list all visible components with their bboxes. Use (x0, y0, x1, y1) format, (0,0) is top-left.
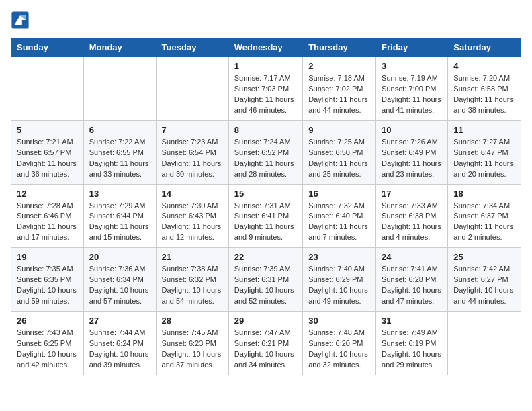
day-header-wednesday: Wednesday (228, 38, 302, 57)
day-number: 2 (308, 61, 370, 71)
day-info: Sunrise: 7:35 AM Sunset: 6:35 PM Dayligh… (17, 264, 78, 307)
day-number: 12 (17, 189, 78, 199)
calendar-cell (11, 57, 84, 121)
day-number: 26 (17, 316, 78, 326)
calendar-cell: 29Sunrise: 7:47 AM Sunset: 6:21 PM Dayli… (228, 312, 302, 375)
calendar-cell: 28Sunrise: 7:45 AM Sunset: 6:23 PM Dayli… (156, 312, 228, 375)
day-number: 30 (308, 316, 370, 326)
calendar-cell: 18Sunrise: 7:34 AM Sunset: 6:37 PM Dayli… (448, 184, 521, 248)
calendar-cell: 31Sunrise: 7:49 AM Sunset: 6:19 PM Dayli… (376, 312, 448, 375)
calendar-cell: 4Sunrise: 7:20 AM Sunset: 6:58 PM Daylig… (448, 57, 521, 121)
day-info: Sunrise: 7:42 AM Sunset: 6:27 PM Dayligh… (453, 264, 515, 307)
calendar-cell: 1Sunrise: 7:17 AM Sunset: 7:03 PM Daylig… (228, 57, 302, 121)
calendar-cell: 20Sunrise: 7:36 AM Sunset: 6:34 PM Dayli… (83, 248, 156, 312)
calendar-week-3: 12Sunrise: 7:28 AM Sunset: 6:46 PM Dayli… (11, 184, 521, 248)
calendar-cell: 9Sunrise: 7:25 AM Sunset: 6:50 PM Daylig… (303, 120, 376, 184)
calendar-cell: 25Sunrise: 7:42 AM Sunset: 6:27 PM Dayli… (448, 248, 521, 312)
day-number: 11 (453, 125, 515, 135)
day-number: 31 (382, 316, 442, 326)
day-info: Sunrise: 7:41 AM Sunset: 6:28 PM Dayligh… (382, 264, 442, 307)
calendar-cell: 23Sunrise: 7:40 AM Sunset: 6:29 PM Dayli… (303, 248, 376, 312)
calendar-cell: 17Sunrise: 7:33 AM Sunset: 6:38 PM Dayli… (376, 184, 448, 248)
calendar-cell: 13Sunrise: 7:29 AM Sunset: 6:44 PM Dayli… (83, 184, 156, 248)
calendar-cell: 6Sunrise: 7:22 AM Sunset: 6:55 PM Daylig… (83, 120, 156, 184)
day-info: Sunrise: 7:44 AM Sunset: 6:24 PM Dayligh… (89, 328, 150, 371)
day-number: 16 (308, 189, 370, 199)
day-number: 23 (308, 252, 370, 262)
day-number: 19 (17, 252, 78, 262)
day-number: 10 (382, 125, 442, 135)
day-number: 24 (382, 252, 442, 262)
calendar-cell: 8Sunrise: 7:24 AM Sunset: 6:52 PM Daylig… (228, 120, 302, 184)
calendar-cell: 21Sunrise: 7:38 AM Sunset: 6:32 PM Dayli… (156, 248, 228, 312)
day-header-friday: Friday (376, 38, 448, 57)
logo (11, 11, 31, 30)
day-info: Sunrise: 7:28 AM Sunset: 6:46 PM Dayligh… (17, 201, 78, 244)
day-info: Sunrise: 7:33 AM Sunset: 6:38 PM Dayligh… (382, 201, 442, 244)
day-number: 20 (89, 252, 150, 262)
calendar-cell: 27Sunrise: 7:44 AM Sunset: 6:24 PM Dayli… (83, 312, 156, 375)
day-info: Sunrise: 7:43 AM Sunset: 6:25 PM Dayligh… (17, 328, 78, 371)
day-info: Sunrise: 7:23 AM Sunset: 6:54 PM Dayligh… (162, 137, 223, 180)
day-info: Sunrise: 7:48 AM Sunset: 6:20 PM Dayligh… (308, 328, 370, 371)
day-number: 21 (162, 252, 223, 262)
calendar-table: SundayMondayTuesdayWednesdayThursdayFrid… (11, 38, 521, 375)
calendar-cell: 7Sunrise: 7:23 AM Sunset: 6:54 PM Daylig… (156, 120, 228, 184)
day-info: Sunrise: 7:19 AM Sunset: 7:00 PM Dayligh… (382, 73, 442, 116)
day-number: 8 (234, 125, 297, 135)
day-number: 27 (89, 316, 150, 326)
day-info: Sunrise: 7:27 AM Sunset: 6:47 PM Dayligh… (453, 137, 515, 180)
calendar-cell: 12Sunrise: 7:28 AM Sunset: 6:46 PM Dayli… (11, 184, 84, 248)
day-info: Sunrise: 7:31 AM Sunset: 6:41 PM Dayligh… (234, 201, 297, 244)
day-number: 13 (89, 189, 150, 199)
calendar-cell: 10Sunrise: 7:26 AM Sunset: 6:49 PM Dayli… (376, 120, 448, 184)
day-header-sunday: Sunday (11, 38, 84, 57)
day-number: 22 (234, 252, 297, 262)
calendar-cell: 2Sunrise: 7:18 AM Sunset: 7:02 PM Daylig… (303, 57, 376, 121)
day-info: Sunrise: 7:39 AM Sunset: 6:31 PM Dayligh… (234, 264, 297, 307)
day-info: Sunrise: 7:30 AM Sunset: 6:43 PM Dayligh… (162, 201, 223, 244)
calendar-cell: 14Sunrise: 7:30 AM Sunset: 6:43 PM Dayli… (156, 184, 228, 248)
day-info: Sunrise: 7:21 AM Sunset: 6:57 PM Dayligh… (17, 137, 78, 180)
day-info: Sunrise: 7:24 AM Sunset: 6:52 PM Dayligh… (234, 137, 297, 180)
day-info: Sunrise: 7:40 AM Sunset: 6:29 PM Dayligh… (308, 264, 370, 307)
day-number: 3 (382, 61, 442, 71)
day-number: 5 (17, 125, 78, 135)
calendar-week-5: 26Sunrise: 7:43 AM Sunset: 6:25 PM Dayli… (11, 312, 521, 375)
calendar-cell: 30Sunrise: 7:48 AM Sunset: 6:20 PM Dayli… (303, 312, 376, 375)
day-number: 14 (162, 189, 223, 199)
page-header (11, 11, 521, 30)
day-info: Sunrise: 7:29 AM Sunset: 6:44 PM Dayligh… (89, 201, 150, 244)
day-number: 18 (453, 189, 515, 199)
day-header-thursday: Thursday (303, 38, 376, 57)
day-info: Sunrise: 7:36 AM Sunset: 6:34 PM Dayligh… (89, 264, 150, 307)
day-number: 17 (382, 189, 442, 199)
calendar-cell: 11Sunrise: 7:27 AM Sunset: 6:47 PM Dayli… (448, 120, 521, 184)
calendar-cell: 16Sunrise: 7:32 AM Sunset: 6:40 PM Dayli… (303, 184, 376, 248)
day-number: 15 (234, 189, 297, 199)
calendar-cell (448, 312, 521, 375)
day-header-tuesday: Tuesday (156, 38, 228, 57)
day-number: 25 (453, 252, 515, 262)
day-number: 7 (162, 125, 223, 135)
day-info: Sunrise: 7:45 AM Sunset: 6:23 PM Dayligh… (162, 328, 223, 371)
day-header-saturday: Saturday (448, 38, 521, 57)
day-info: Sunrise: 7:49 AM Sunset: 6:19 PM Dayligh… (382, 328, 442, 371)
calendar-cell: 5Sunrise: 7:21 AM Sunset: 6:57 PM Daylig… (11, 120, 84, 184)
day-header-monday: Monday (83, 38, 156, 57)
calendar-cell: 19Sunrise: 7:35 AM Sunset: 6:35 PM Dayli… (11, 248, 84, 312)
day-number: 9 (308, 125, 370, 135)
day-number: 1 (234, 61, 297, 71)
day-info: Sunrise: 7:18 AM Sunset: 7:02 PM Dayligh… (308, 73, 370, 116)
day-info: Sunrise: 7:47 AM Sunset: 6:21 PM Dayligh… (234, 328, 297, 371)
day-info: Sunrise: 7:38 AM Sunset: 6:32 PM Dayligh… (162, 264, 223, 307)
day-info: Sunrise: 7:26 AM Sunset: 6:49 PM Dayligh… (382, 137, 442, 180)
day-info: Sunrise: 7:17 AM Sunset: 7:03 PM Dayligh… (234, 73, 297, 116)
day-info: Sunrise: 7:32 AM Sunset: 6:40 PM Dayligh… (308, 201, 370, 244)
day-info: Sunrise: 7:20 AM Sunset: 6:58 PM Dayligh… (453, 73, 515, 116)
calendar-cell: 22Sunrise: 7:39 AM Sunset: 6:31 PM Dayli… (228, 248, 302, 312)
calendar-week-1: 1Sunrise: 7:17 AM Sunset: 7:03 PM Daylig… (11, 57, 521, 121)
day-number: 6 (89, 125, 150, 135)
calendar-cell (83, 57, 156, 121)
calendar-body: 1Sunrise: 7:17 AM Sunset: 7:03 PM Daylig… (11, 57, 521, 375)
